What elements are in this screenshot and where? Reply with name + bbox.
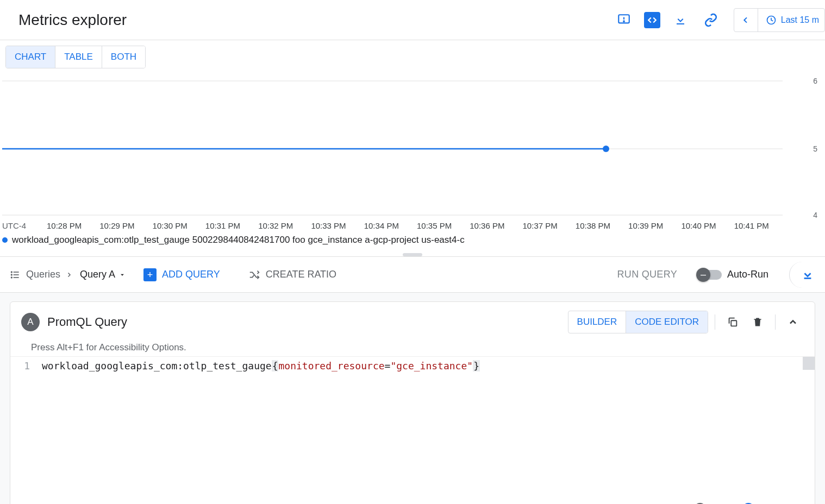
chevron-right-icon [66,272,72,278]
minimap[interactable] [803,357,815,370]
code-editor-tab[interactable]: CODE EDITOR [626,311,708,333]
download-icon[interactable] [667,7,693,33]
legend-color-dot [2,237,8,243]
tab-chart[interactable]: CHART [6,46,55,68]
line-gutter: 1 [10,357,36,492]
time-range-label[interactable]: Last 15 m [758,15,824,26]
query-card-header: A PromQL Query BUILDER CODE EDITOR [10,302,815,342]
add-query-button[interactable]: + ADD QUERY [143,268,220,281]
chart-legend[interactable]: workload_googleapis_com:otlp_test_gauge … [2,235,825,245]
list-icon [10,269,21,280]
link-icon[interactable] [698,7,724,33]
query-badge: A [21,313,40,331]
plus-icon: + [143,268,157,281]
tab-table[interactable]: TABLE [55,46,102,68]
svg-point-14 [11,274,12,275]
time-prev-button[interactable] [734,9,758,32]
chart[interactable]: 6 5 4 UTC-4 10:28 PM 10:29 PM 10:30 PM 1… [0,73,825,230]
copy-button[interactable] [722,311,743,333]
svg-point-9 [603,146,609,152]
caret-down-icon [118,271,126,279]
header-actions: Last 15 m [611,7,825,33]
legend-text: workload_googleapis_com:otlp_test_gauge … [12,235,465,245]
query-card-title: PromQL Query [47,315,127,329]
x-axis: UTC-4 10:28 PM 10:29 PM 10:30 PM 10:31 P… [2,221,787,230]
query-selector[interactable]: Query A [80,269,126,280]
run-query-button[interactable]: RUN QUERY [617,269,677,280]
query-card-footer: EXAMPLE QUERIES Language: MQL PromQL [10,492,815,504]
page-title: Metrics explorer [18,11,127,29]
queries-breadcrumb[interactable]: Queries [10,269,72,280]
clock-icon [766,15,777,26]
code-line[interactable]: workload_googleapis_com:otlp_test_gauge{… [36,357,815,492]
time-range-picker: Last 15 m [734,8,825,32]
tab-both[interactable]: BOTH [102,46,145,68]
query-toolbar: Queries Query A + ADD QUERY CREATE RATIO… [0,257,825,293]
svg-point-15 [11,277,12,278]
svg-point-2 [623,21,624,22]
editor-mode-toggle: BUILDER CODE EDITOR [568,311,708,333]
switch-icon: – [698,270,722,280]
a11y-hint: Press Alt+F1 for Accessibility Options. [10,342,815,356]
collapse-card-button[interactable] [782,311,804,333]
feedback-icon[interactable] [611,7,637,33]
collapse-all-button[interactable] [789,262,815,288]
create-ratio-button[interactable]: CREATE RATIO [248,269,336,281]
svg-rect-3 [677,23,684,24]
shuffle-icon [248,269,260,281]
query-card: A PromQL Query BUILDER CODE EDITOR [10,301,815,504]
view-toggle: CHART TABLE BOTH [5,46,146,68]
y-axis: 6 5 4 [792,73,825,214]
code-icon[interactable] [641,7,663,33]
builder-tab[interactable]: BUILDER [568,311,626,333]
svg-point-13 [11,272,12,273]
code-editor[interactable]: 1 workload_googleapis_com:otlp_test_gaug… [10,356,815,492]
svg-rect-17 [731,320,736,326]
header: Metrics explorer Last 15 m [0,0,825,40]
auto-run-toggle[interactable]: – Auto-Run [698,269,768,280]
query-area: A PromQL Query BUILDER CODE EDITOR [0,293,825,504]
delete-button[interactable] [747,311,768,333]
